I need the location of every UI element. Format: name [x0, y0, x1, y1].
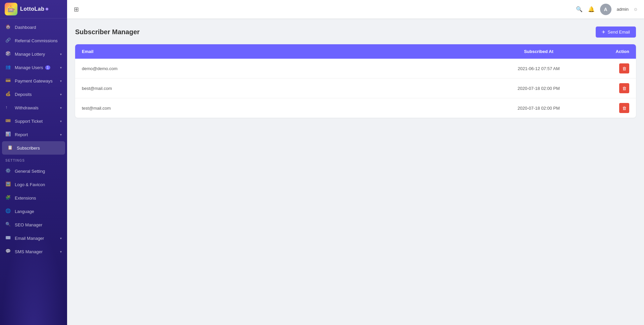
- users-icon: 👥: [5, 64, 11, 70]
- chevron-down-icon: ▾: [60, 52, 62, 56]
- bell-icon[interactable]: 🔔: [588, 6, 595, 12]
- send-icon: ✈: [602, 30, 605, 35]
- action-cell: 🗑: [589, 83, 629, 93]
- puzzle-icon: 🧩: [5, 195, 11, 201]
- grid-icon: 🎲: [5, 51, 11, 57]
- chevron-down-icon: ▾: [60, 133, 62, 137]
- sidebar-item-logo-favicon[interactable]: 🖼️ Logo & Favicon: [0, 178, 67, 191]
- sidebar-item-withdrawals[interactable]: ↑ Withdrawals ▾: [0, 101, 67, 114]
- ticket-icon: 🎫: [5, 118, 11, 124]
- topbar: ⊞ 🔍 🔔 A admin ⊙: [67, 0, 644, 18]
- chevron-down-icon: ▾: [60, 106, 62, 110]
- chevron-down-icon: ▾: [60, 119, 62, 123]
- sidebar-item-sms-manager[interactable]: 💬 SMS Manager ▾: [0, 245, 67, 258]
- th-action: Action: [589, 49, 629, 54]
- subscribers-icon: 📋: [7, 145, 13, 151]
- chevron-down-icon: ▾: [60, 250, 62, 254]
- sidebar-item-extensions[interactable]: 🧩 Extensions: [0, 191, 67, 205]
- sidebar-item-report[interactable]: 📊 Report ▾: [0, 128, 67, 141]
- table-row: demo@demo.com 2021-06-12 07:57 AM 🗑: [75, 59, 636, 78]
- action-cell: 🗑: [589, 63, 629, 73]
- globe-icon: 🌐: [5, 208, 11, 214]
- sidebar-item-support-ticket[interactable]: 🎫 Support Ticket ▾: [0, 114, 67, 128]
- bar-chart-icon: 📊: [5, 131, 11, 138]
- users-badge: 1: [45, 65, 51, 70]
- page-title: Subscriber Manager: [75, 28, 140, 36]
- logo: 🎰 LottoLab: [0, 0, 67, 18]
- send-email-button[interactable]: ✈ Send Email: [596, 26, 636, 38]
- table-row: test@mail.com 2020-07-18 02:00 PM 🗑: [75, 98, 636, 118]
- main-content: ⊞ 🔍 🔔 A admin ⊙ Subscriber Manager ✈ Sen…: [67, 0, 644, 325]
- sidebar-item-language[interactable]: 🌐 Language: [0, 205, 67, 218]
- sidebar-item-seo-manager[interactable]: 🔍 SEO Manager: [0, 218, 67, 231]
- settings-icon: ⚙️: [5, 168, 11, 174]
- delete-button[interactable]: 🗑: [619, 63, 629, 73]
- subscribed-at-cell: 2020-07-18 02:00 PM: [488, 106, 589, 111]
- search-topbar-icon[interactable]: 🔍: [576, 6, 583, 12]
- logo-dot: [46, 8, 48, 10]
- message-icon: 💬: [5, 249, 11, 255]
- action-cell: 🗑: [589, 103, 629, 113]
- page-header: Subscriber Manager ✈ Send Email: [75, 26, 636, 38]
- chevron-down-icon: ▾: [60, 93, 62, 96]
- delete-button[interactable]: 🗑: [619, 103, 629, 113]
- sidebar-item-referral-commissions[interactable]: 🔗 Referral Commissions: [0, 34, 67, 47]
- credit-card-icon: 💳: [5, 78, 11, 84]
- sidebar: 🎰 LottoLab 🏠 Dashboard 🔗 Referral Commis…: [0, 0, 67, 325]
- grid-menu-icon[interactable]: ⊞: [74, 6, 79, 13]
- username-label: admin: [617, 7, 629, 12]
- home-icon: 🏠: [5, 24, 11, 30]
- sidebar-item-manage-users[interactable]: 👥 Manage Users 1 ▾: [0, 61, 67, 74]
- email-cell: demo@demo.com: [82, 66, 488, 71]
- chevron-down-icon: ▾: [60, 236, 62, 240]
- sidebar-item-email-manager[interactable]: ✉️ Email Manager ▾: [0, 231, 67, 245]
- th-email: Email: [82, 49, 488, 54]
- table-row: best@mail.com 2020-07-18 02:00 PM 🗑: [75, 78, 636, 98]
- sidebar-item-deposits[interactable]: 💰 Deposits ▾: [0, 88, 67, 101]
- page-content: Subscriber Manager ✈ Send Email Email Su…: [67, 18, 644, 325]
- arrow-up-icon: ↑: [5, 105, 11, 111]
- topbar-right: 🔍 🔔 A admin ⊙: [576, 4, 637, 15]
- sidebar-item-manage-lottery[interactable]: 🎲 Manage Lottery ▾: [0, 47, 67, 61]
- sidebar-item-subscribers[interactable]: 📋 Subscribers: [2, 141, 65, 155]
- user-chevron-icon[interactable]: ⊙: [634, 7, 637, 12]
- wallet-icon: 💰: [5, 91, 11, 97]
- email-cell: best@mail.com: [82, 86, 488, 91]
- avatar: A: [600, 4, 611, 15]
- th-subscribed-at: Subscribed At: [488, 49, 589, 54]
- subscribed-at-cell: 2021-06-12 07:57 AM: [488, 66, 589, 71]
- chevron-down-icon: ▾: [60, 66, 62, 69]
- image-icon: 🖼️: [5, 181, 11, 187]
- delete-button[interactable]: 🗑: [619, 83, 629, 93]
- logo-icon: 🎰: [5, 3, 17, 15]
- link-icon: 🔗: [5, 38, 11, 44]
- email-cell: test@mail.com: [82, 106, 488, 111]
- sidebar-item-payment-gateways[interactable]: 💳 Payment Gateways ▾: [0, 74, 67, 88]
- logo-text: LottoLab: [20, 6, 44, 12]
- chevron-down-icon: ▾: [60, 79, 62, 83]
- search-icon: 🔍: [5, 222, 11, 228]
- subscribed-at-cell: 2020-07-18 02:00 PM: [488, 86, 589, 91]
- mail-icon: ✉️: [5, 235, 11, 241]
- sidebar-item-general-setting[interactable]: ⚙️ General Setting: [0, 164, 67, 178]
- settings-label: SETTINGS: [0, 155, 67, 164]
- table-header: Email Subscribed At Action: [75, 44, 636, 59]
- sidebar-item-dashboard[interactable]: 🏠 Dashboard: [0, 20, 67, 34]
- subscribers-table: Email Subscribed At Action demo@demo.com…: [75, 44, 636, 118]
